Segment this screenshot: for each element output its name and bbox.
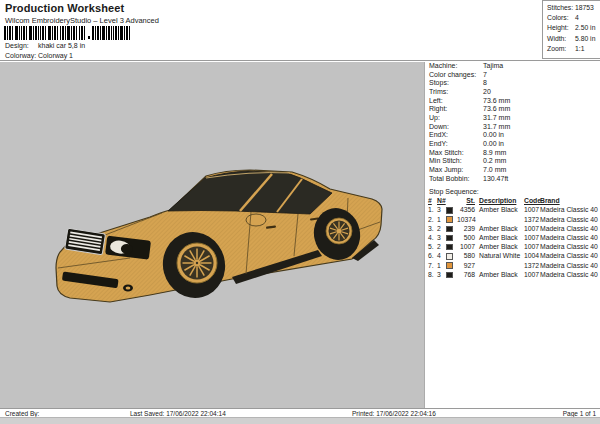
machine-row: EndX:0.00 in <box>426 131 600 140</box>
stop-sequence-heading: Stop Sequence: <box>426 187 600 196</box>
colorway-row: Colorway:Colorway 1 <box>5 52 73 59</box>
table-row: 7.19271372Madeira Classic 40 <box>426 261 600 270</box>
stat-colors: Colors:4 <box>547 13 600 23</box>
app-subtitle: Wilcom EmbroideryStudio – Level 3 Advanc… <box>5 16 159 25</box>
stop-sequence-table: #N#St.DescriptionCodeBrand 1.34356Amber … <box>426 196 600 279</box>
thread-color-swatch <box>446 226 453 233</box>
machine-row: Down:31.7 mm <box>426 123 600 132</box>
thread-color-swatch <box>446 253 453 260</box>
thread-color-swatch <box>446 262 453 269</box>
machine-row: EndY:0.00 in <box>426 140 600 149</box>
stat-height: Height:2.50 in <box>547 23 600 33</box>
table-row: 3.2239Amber Black1007Madeira Classic 40 <box>426 224 600 233</box>
design-canvas <box>0 62 425 408</box>
table-row: 2.1103741372Madeira Classic 40 <box>426 215 600 224</box>
window-bottom-strip <box>0 418 600 424</box>
design-label: Design: <box>5 42 38 49</box>
page-title: Production Worksheet <box>5 2 124 14</box>
thread-color-swatch <box>446 235 453 242</box>
colorway-value: Colorway 1 <box>38 52 73 59</box>
table-row: 6.4580Natural White1004Madeira Classic 4… <box>426 251 600 260</box>
header-divider <box>0 60 600 61</box>
machine-row: Up:31.7 mm <box>426 114 600 123</box>
footer-created-by: Created By: <box>5 410 39 417</box>
colorway-label: Colorway: <box>5 52 38 59</box>
machine-row: Trims:20 <box>426 88 600 97</box>
machine-row: Max Jump:7.0 mm <box>426 166 600 175</box>
stop-sequence-header: #N#St.DescriptionCodeBrand <box>426 196 600 205</box>
machine-row: Color changes:7 <box>426 71 600 80</box>
footer-divider-top <box>0 408 600 409</box>
table-row: 8.3768Amber Black1007Madeira Classic 40 <box>426 270 600 279</box>
table-row: 5.21007Amber Black1007Madeira Classic 40 <box>426 242 600 251</box>
machine-row: Left:73.6 mm <box>426 97 600 106</box>
side-mirror <box>246 214 266 226</box>
footer-printed: Printed: 17/06/2022 22:04:16 <box>352 410 436 417</box>
machine-row: Max Stitch:8.9 mm <box>426 149 600 158</box>
footer-last-saved: Last Saved: 17/06/2022 22:04:14 <box>130 410 226 417</box>
machine-row: Min Stitch:0.2 mm <box>426 157 600 166</box>
car-embroidery-design <box>0 62 424 408</box>
footer-page-number: Page 1 of 1 <box>563 410 596 417</box>
production-worksheet-page: { "header": { "title": "Production Works… <box>0 0 600 424</box>
machine-info-panel: Machine:Tajima Color changes:7 Stops:8 T… <box>426 62 600 279</box>
thread-color-swatch <box>446 272 453 279</box>
machine-row: Total Bobbin:130.47ft <box>426 175 600 184</box>
machine-row: Stops:8 <box>426 79 600 88</box>
design-name-row: Design:khaki car 5,8 in <box>5 42 85 49</box>
thread-color-swatch <box>446 244 453 251</box>
thread-color-swatch <box>446 216 453 223</box>
table-row: 1.34356Amber Black1007Madeira Classic 40 <box>426 205 600 214</box>
machine-row: Machine:Tajima <box>426 62 600 71</box>
design-stats-box: Stitches:18753 Colors:4 Height:2.50 in W… <box>542 0 600 59</box>
stat-zoom: Zoom:1:1 <box>547 44 600 54</box>
stat-width: Width:5.80 in <box>547 34 600 44</box>
stat-stitches: Stitches:18753 <box>547 3 600 13</box>
table-row: 4.3500Amber Black1007Madeira Classic 40 <box>426 233 600 242</box>
machine-row: Right:73.6 mm <box>426 105 600 114</box>
design-value: khaki car 5,8 in <box>38 42 85 49</box>
thread-color-swatch <box>446 207 453 214</box>
